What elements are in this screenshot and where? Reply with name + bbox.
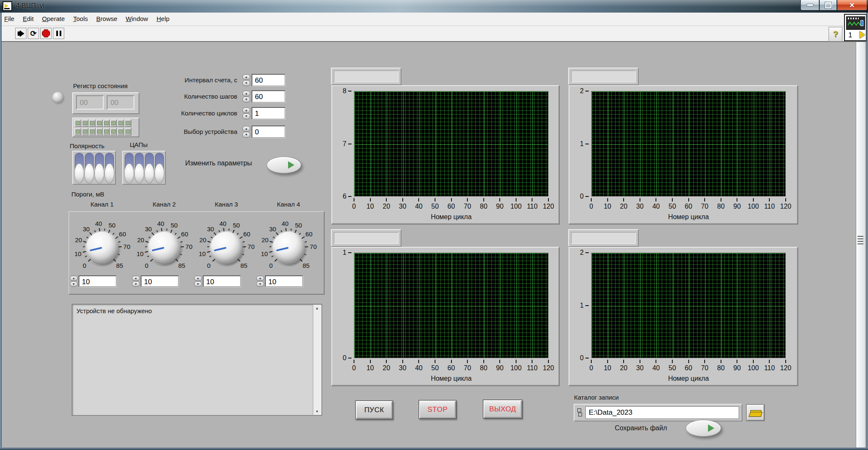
- change-params-button[interactable]: [267, 157, 301, 173]
- toggle-switch-1-1[interactable]: [134, 153, 144, 183]
- spin-down-icon[interactable]: ▼: [256, 281, 264, 287]
- knob-scale-40: 40: [282, 220, 289, 227]
- spin-up-icon[interactable]: ▲: [242, 91, 250, 97]
- menu-item-edit[interactable]: Edit: [18, 13, 38, 22]
- spin-down-icon[interactable]: ▼: [132, 281, 140, 287]
- switch-handle[interactable]: [84, 163, 94, 183]
- menu-item-help[interactable]: Help: [152, 13, 174, 22]
- spin-down-icon[interactable]: ▼: [242, 113, 250, 119]
- toggle-switch-1-2[interactable]: [144, 153, 154, 183]
- graph-top-right-xtick: 80: [712, 203, 730, 210]
- scrollbar-grip[interactable]: [858, 236, 863, 245]
- toggle-switch-0-1[interactable]: [84, 153, 94, 183]
- knob-minor-tick: [83, 246, 85, 247]
- spin-up-icon[interactable]: ▲: [242, 126, 250, 132]
- spin-down-icon[interactable]: ▼: [242, 97, 250, 102]
- knob-scale-0: 0: [145, 262, 148, 269]
- spin-up-icon[interactable]: ▲: [256, 276, 264, 281]
- param-spinner-2[interactable]: ▲▼: [242, 107, 250, 119]
- spin-down-icon[interactable]: ▼: [242, 80, 250, 86]
- scroll-up-icon[interactable]: ▲: [313, 305, 321, 311]
- param-field-3[interactable]: 0: [252, 126, 285, 138]
- minimize-button[interactable]: [800, 0, 819, 10]
- menu-item-browse[interactable]: Browse: [92, 13, 121, 22]
- threshold-spinner-3[interactable]: ▲▼: [256, 275, 264, 287]
- switch-handle[interactable]: [155, 163, 164, 183]
- spin-up-icon[interactable]: ▲: [242, 107, 250, 113]
- y-tick-mark: [348, 144, 351, 144]
- menu-item-window[interactable]: Window: [121, 13, 152, 22]
- toggle-switch-0-0[interactable]: [74, 153, 84, 183]
- param-field-2[interactable]: 1: [252, 107, 285, 119]
- spin-down-icon[interactable]: ▼: [194, 281, 202, 287]
- toggle-switch-0-2[interactable]: [94, 153, 104, 183]
- switch-handle[interactable]: [74, 163, 84, 183]
- maximize-button[interactable]: [819, 0, 837, 10]
- threshold-field-1[interactable]: 10: [141, 275, 178, 287]
- save-file-button[interactable]: [686, 420, 721, 437]
- switch-handle[interactable]: [144, 163, 154, 183]
- led-dot: [90, 121, 94, 125]
- threshold-field-0[interactable]: 10: [79, 275, 116, 287]
- spin-down-icon[interactable]: ▼: [242, 132, 250, 138]
- knob-scale-70: 70: [310, 243, 317, 250]
- threshold-field-3[interactable]: 10: [265, 275, 303, 287]
- toggle-switch-1-0[interactable]: [124, 153, 134, 183]
- menu-bar: FileEditOperateToolsBrowseWindowHelp: [0, 13, 868, 26]
- menu-item-file[interactable]: File: [0, 13, 18, 22]
- param-spinner-3[interactable]: ▲▼: [242, 126, 250, 138]
- close-button[interactable]: ✕: [837, 0, 867, 10]
- start-button[interactable]: ПУСК: [355, 400, 393, 419]
- spin-up-icon[interactable]: ▲: [242, 74, 250, 80]
- record-dir-field[interactable]: E:\Data_2023: [585, 406, 739, 419]
- graph-top-right-xtick: 30: [631, 203, 649, 210]
- graph-bottom-left-xtick: 10: [361, 364, 380, 372]
- param-field-1[interactable]: 60: [252, 90, 285, 102]
- stop-button[interactable]: STOP: [419, 400, 456, 419]
- run-button[interactable]: [15, 28, 26, 39]
- graph-bottom-right-plot-area: [591, 253, 786, 358]
- led-dot: [83, 130, 87, 133]
- browse-folder-button[interactable]: [746, 404, 765, 421]
- menu-item-tools[interactable]: Tools: [69, 13, 92, 22]
- context-help-button[interactable]: ?: [829, 27, 842, 42]
- switch-handle[interactable]: [105, 163, 114, 183]
- toggle-switch-1-3[interactable]: [155, 153, 164, 183]
- pause-button[interactable]: [53, 28, 64, 39]
- graph-top-right-xtick: 110: [760, 203, 779, 210]
- spin-down-icon[interactable]: ▼: [70, 281, 78, 287]
- threshold-spinner-2[interactable]: ▲▼: [194, 275, 202, 287]
- x-tick-mark: [499, 360, 500, 363]
- switch-handle[interactable]: [124, 163, 134, 183]
- spin-up-icon[interactable]: ▲: [132, 276, 140, 281]
- x-tick-mark: [656, 360, 656, 363]
- graph-bottom-right-xtick: 70: [695, 364, 714, 372]
- scroll-down-icon[interactable]: ▼: [313, 408, 321, 415]
- x-tick-mark: [769, 198, 770, 201]
- threshold-spinner-1[interactable]: ▲▼: [132, 275, 140, 287]
- spin-up-icon[interactable]: ▲: [70, 276, 78, 281]
- abort-button[interactable]: [40, 28, 52, 39]
- switch-handle[interactable]: [94, 163, 104, 183]
- param-field-0[interactable]: 60: [252, 74, 285, 86]
- menu-item-operate[interactable]: Operate: [38, 13, 69, 22]
- exit-button[interactable]: ВЫХОД: [483, 400, 522, 419]
- graph-top-left-xtick: 30: [393, 203, 412, 210]
- graph-top-right-xtick: 100: [744, 203, 763, 210]
- message-scrollbar[interactable]: ▲ ▼: [313, 305, 321, 415]
- spin-up-icon[interactable]: ▲: [194, 276, 202, 281]
- threshold-spinner-0[interactable]: ▲▼: [70, 275, 78, 287]
- led-dot: [111, 130, 116, 133]
- run-continuously-button[interactable]: ⟳: [28, 28, 39, 39]
- switch-handle[interactable]: [134, 163, 144, 183]
- param-spinner-1[interactable]: ▲▼: [242, 90, 250, 102]
- threshold-field-2[interactable]: 10: [203, 275, 241, 287]
- param-spinner-0[interactable]: ▲▼: [242, 74, 250, 86]
- y-tick-mark: [585, 91, 589, 92]
- vi-icon-button[interactable]: 1: [844, 14, 867, 41]
- graph-bottom-right-xtick: 60: [679, 364, 698, 372]
- x-tick-mark: [354, 360, 354, 363]
- status-led-cell: [117, 128, 124, 136]
- toggle-switch-0-3[interactable]: [105, 153, 114, 183]
- panel-vertical-scrollbar[interactable]: [856, 42, 865, 447]
